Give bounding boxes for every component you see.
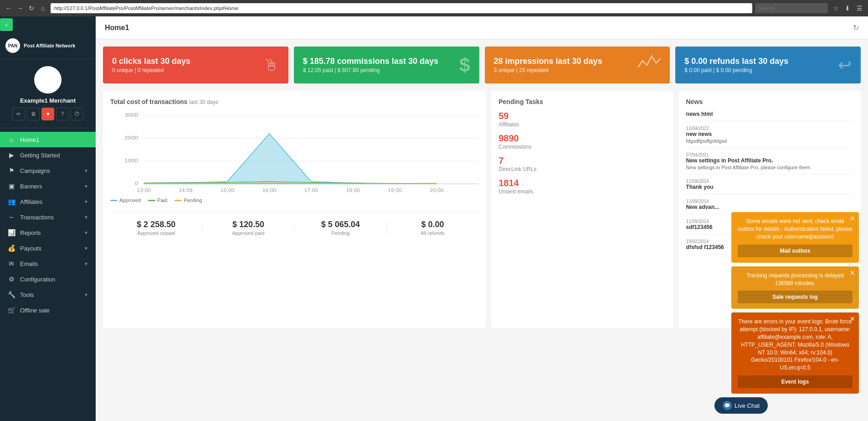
- banners-icon: ▣: [7, 182, 15, 190]
- sidebar-item-label: Emails: [20, 260, 79, 267]
- live-chat-label: Live Chat: [734, 402, 760, 409]
- chevron-down-icon: ▼: [84, 230, 88, 235]
- commissions-count: 9890: [498, 133, 666, 144]
- toast-close-button[interactable]: ✕: [850, 315, 855, 322]
- browser-nav[interactable]: ← → ↻ ⌂: [4, 3, 48, 13]
- sidebar-logo-icon: PAN: [5, 38, 20, 53]
- sidebar-item-affiliates[interactable]: 👥 Affiliates ▼: [0, 194, 96, 209]
- toast-close-button[interactable]: ✕: [850, 215, 855, 222]
- heart-button[interactable]: ♥: [41, 108, 54, 120]
- mail-outbox-button[interactable]: Mail outbox: [738, 244, 853, 257]
- refunds-text: $ 0.00 refunds last 30 days $ 0.00 paid …: [684, 57, 788, 73]
- approved-paid-value: $ 120.50: [207, 220, 289, 229]
- clicks-value: 0 clicks last 30 days: [112, 57, 190, 66]
- toast-close-button[interactable]: ✕: [850, 269, 855, 276]
- home-icon: ⌂: [7, 136, 15, 143]
- sidebar-item-tools[interactable]: 🔧 Tools ▼: [0, 287, 96, 302]
- toast-sale-requests: ✕ Tracking requests processing is delaye…: [731, 266, 859, 309]
- chevron-down-icon: ▼: [84, 215, 88, 220]
- svg-text:3000: 3000: [124, 112, 138, 118]
- payouts-icon: 💰: [7, 244, 15, 252]
- chart-stat-pending: $ 5 065.04 Pending: [295, 220, 387, 236]
- news-item-title: news html: [686, 111, 853, 117]
- chart-subtitle: last 30 days: [189, 99, 218, 105]
- live-chat-icon: 💬: [723, 401, 732, 410]
- news-date: 11/09/2014: [686, 199, 853, 204]
- news-item-title: new news: [686, 131, 853, 137]
- news-item-title: New settings in Post Affiliate Pro.: [686, 157, 853, 164]
- sidebar-item-label: Tools: [20, 291, 79, 298]
- news-item-4: 11/09/2014 Thank you: [686, 179, 853, 194]
- home-button[interactable]: ⌂: [38, 3, 48, 13]
- sidebar-collapse-button[interactable]: ‹: [0, 18, 13, 31]
- toast-sale-requests-text: Tracking requests processing is delayed …: [738, 272, 853, 287]
- sidebar-item-reports[interactable]: 📊 Reports ▼: [0, 225, 96, 240]
- edit-profile-button[interactable]: ✏: [12, 108, 25, 120]
- tools-icon: 🔧: [7, 291, 15, 298]
- transactions-icon: ↔: [7, 213, 15, 221]
- chevron-down-icon: ▼: [84, 261, 88, 266]
- download-icon[interactable]: ⬇: [842, 3, 853, 13]
- emails-icon: ✉: [7, 260, 15, 267]
- sidebar-item-emails[interactable]: ✉ Emails ▼: [0, 256, 96, 271]
- svg-marker-17: [144, 134, 437, 184]
- all-refunds-label: All refunds: [391, 230, 474, 236]
- address-bar[interactable]: http://127.0.0.1/PostAffiliatePro/PostAf…: [51, 3, 752, 13]
- back-button[interactable]: ←: [4, 3, 14, 13]
- svg-text:19:00: 19:00: [388, 188, 402, 193]
- news-date: 11/04/2022: [686, 126, 853, 131]
- help-button[interactable]: ?: [56, 108, 69, 120]
- menu-icon[interactable]: ☰: [854, 3, 864, 13]
- user-actions: ✏ 🖥 ♥ ? ⏱: [12, 108, 83, 120]
- svg-text:16:00: 16:00: [262, 188, 277, 193]
- chart-stat-approved-unpaid: $ 2 258.50 Approved unpaid: [110, 220, 202, 236]
- time-button[interactable]: ⏱: [71, 108, 83, 120]
- news-item-title: Thank you: [686, 184, 853, 190]
- forward-button[interactable]: →: [15, 3, 25, 13]
- sidebar-item-configuration[interactable]: ⚙ Configuration: [0, 271, 96, 287]
- refunds-detail: $ 0.00 paid | $ 0.00 pending: [684, 67, 788, 73]
- page-title: Home1: [105, 24, 129, 32]
- sidebar-item-getting-started[interactable]: ▶ Getting Started: [0, 147, 96, 163]
- reload-button[interactable]: ↻: [26, 3, 36, 13]
- chart-stat-approved-paid: $ 120.50 Approved paid: [202, 220, 294, 236]
- bookmark-icon[interactable]: ☆: [831, 3, 841, 13]
- user-avatar: [34, 66, 62, 94]
- sidebar-item-offline-sale[interactable]: 🛒 Offline sale: [0, 302, 96, 318]
- sidebar-item-payouts[interactable]: 💰 Payouts ▼: [0, 240, 96, 256]
- view-button[interactable]: 🖥: [27, 108, 40, 120]
- refresh-button[interactable]: ↻: [853, 23, 859, 32]
- toast-mail-outbox: ✕ Some emails were not sent; check email…: [731, 212, 859, 262]
- affiliates-icon: 👥: [7, 198, 15, 205]
- browser-icons: ☆ ⬇ ☰: [831, 3, 864, 13]
- stats-row: 0 clicks last 30 days 0 unique | 0 repea…: [103, 47, 861, 83]
- chart-svg: 0 1000 2000 3000 13:00 14:09 15:00 16:00…: [110, 111, 478, 202]
- sidebar-item-home[interactable]: ⌂ Home1: [0, 132, 96, 147]
- news-date: 07/04/2021: [686, 152, 853, 157]
- sidebar-item-label: Payouts: [20, 245, 79, 252]
- news-date: 11/09/2014: [686, 179, 853, 184]
- task-direclink: 7 DirecLink URLs: [498, 156, 666, 172]
- news-title: News: [686, 98, 853, 105]
- impressions-value: 28 impressions last 30 days: [494, 57, 602, 66]
- sidebar-item-label: Campaigns: [20, 167, 79, 174]
- chevron-down-icon: ▼: [84, 168, 88, 173]
- news-item-text: fdgsdfgsdfgsfdgsd: [686, 138, 853, 144]
- sidebar-item-transactions[interactable]: ↔ Transactions ▼: [0, 209, 96, 225]
- sidebar-item-banners[interactable]: ▣ Banners ▼: [0, 178, 96, 194]
- reports-icon: 📊: [7, 229, 15, 236]
- sidebar-item-label: Home1: [20, 136, 88, 143]
- sale-requests-button[interactable]: Sale requests log: [738, 291, 853, 303]
- configuration-icon: ⚙: [7, 275, 15, 283]
- sidebar-item-campaigns[interactable]: ⚑ Campaigns ▼: [0, 163, 96, 178]
- live-chat-button[interactable]: 💬 Live Chat: [714, 397, 768, 414]
- clicks-text: 0 clicks last 30 days 0 unique | 0 repea…: [112, 57, 190, 73]
- chart-panel: Total cost of transactions last 30 days …: [103, 91, 486, 328]
- sidebar-item-label: Offline sale: [20, 307, 88, 314]
- news-item-text: New settings in Post Affiliate Pro, plea…: [686, 165, 853, 170]
- event-logs-button[interactable]: Event logs: [738, 375, 853, 388]
- toast-mail-outbox-text: Some emails were not sent; check email o…: [738, 218, 853, 240]
- browser-search-input[interactable]: [755, 3, 828, 13]
- commissions-detail: $ 12.05 paid | $ 607.80 pending: [303, 67, 438, 73]
- sidebar: ‹ PAN Post Affiliate Network Example1 Me…: [0, 16, 96, 421]
